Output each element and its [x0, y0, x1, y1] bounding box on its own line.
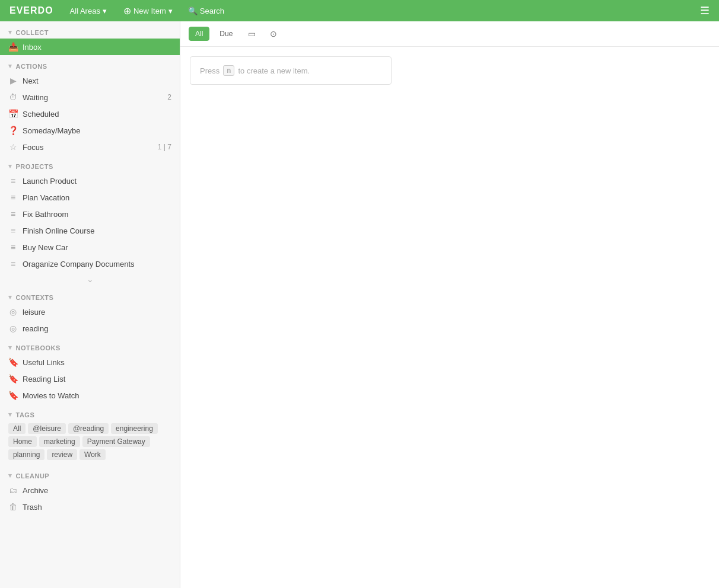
new-item-hint: Press n to create a new item. — [190, 56, 392, 85]
sidebar-item-useful-links[interactable]: 🔖 Useful Links — [0, 354, 180, 370]
content-body: Press n to create a new item. — [180, 47, 719, 588]
waiting-badge: 2 — [167, 93, 171, 101]
sidebar-item-leisure[interactable]: ◎ leisure — [0, 303, 180, 320]
focus-icon: ☆ — [8, 142, 18, 152]
sidebar-item-reading[interactable]: ◎ reading — [0, 320, 180, 337]
organize-company-documents-label: Oraganize Company Documents — [23, 260, 171, 269]
tags-section-header: ▾ TAGS — [0, 404, 180, 421]
context-icon: ◎ — [8, 307, 18, 317]
hint-press-text: Press — [200, 66, 219, 75]
bookmark-icon: 🔖 — [8, 357, 18, 367]
project-icon: ≡ — [8, 259, 18, 269]
filter-icon: ▭ — [248, 29, 256, 39]
project-icon: ≡ — [8, 242, 18, 252]
trash-icon: 🗑 — [8, 502, 18, 512]
next-label: Next — [23, 76, 171, 85]
someday-icon: ❓ — [8, 126, 18, 135]
sidebar-item-someday[interactable]: ❓ Someday/Maybe — [0, 122, 180, 139]
tag-payment-gateway[interactable]: Payment Gateway — [82, 436, 150, 447]
tag-at-reading[interactable]: @reading — [68, 423, 109, 434]
hint-action-text: to create a new item. — [238, 66, 310, 75]
archive-icon: 🗂 — [8, 485, 18, 495]
context-icon: ◎ — [8, 324, 18, 333]
waiting-icon: ⏱ — [8, 92, 18, 102]
sidebar-item-movies-to-watch[interactable]: 🔖 Movies to Watch — [0, 387, 180, 404]
top-navigation: EVERDO All Areas ▾ ⊕ New Item ▾ 🔍 Search… — [0, 0, 719, 21]
tag-marketing[interactable]: marketing — [39, 436, 80, 447]
all-areas-button[interactable]: All Areas ▾ — [65, 4, 112, 18]
plus-icon: ⊕ — [123, 5, 131, 17]
archive-label: Archive — [23, 486, 171, 495]
filter-due-button[interactable]: Due — [213, 27, 239, 41]
new-item-button[interactable]: ⊕ New Item ▾ — [117, 3, 179, 19]
plan-vacation-label: Plan Vacation — [23, 193, 171, 202]
project-icon: ≡ — [8, 193, 18, 202]
cleanup-chevron-icon: ▾ — [8, 472, 12, 480]
sidebar-item-plan-vacation[interactable]: ≡ Plan Vacation — [0, 189, 180, 206]
projects-section-header: ▾ PROJECTS — [0, 155, 180, 172]
hamburger-menu-button[interactable]: ☰ — [700, 4, 710, 17]
sidebar-item-trash[interactable]: 🗑 Trash — [0, 498, 180, 515]
sidebar-item-launch-product[interactable]: ≡ Launch Product — [0, 172, 180, 189]
areas-label: All Areas — [70, 7, 100, 15]
main-layout: ▾ COLLECT 📥 Inbox ▾ ACTIONS ▶ Next ⏱ Wai… — [0, 21, 719, 588]
search-button[interactable]: 🔍 Search — [182, 4, 230, 18]
projects-chevron-icon: ▾ — [8, 162, 12, 170]
content-toolbar: All Due ▭ ⊙ — [180, 21, 719, 47]
sidebar-item-finish-online-course[interactable]: ≡ Finish Online Course — [0, 222, 180, 239]
sidebar-item-archive[interactable]: 🗂 Archive — [0, 482, 180, 498]
clock-filter-button[interactable]: ⊙ — [265, 26, 282, 41]
sidebar-item-reading-list[interactable]: 🔖 Reading List — [0, 370, 180, 387]
sidebar-item-waiting[interactable]: ⏱ Waiting 2 — [0, 89, 180, 106]
notebooks-section-header: ▾ NOTEBOOKS — [0, 337, 180, 354]
someday-label: Someday/Maybe — [23, 126, 171, 135]
useful-links-label: Useful Links — [23, 358, 171, 367]
sidebar-item-organize-company-documents[interactable]: ≡ Oraganize Company Documents — [0, 255, 180, 272]
actions-section-header: ▾ ACTIONS — [0, 55, 180, 72]
sidebar: ▾ COLLECT 📥 Inbox ▾ ACTIONS ▶ Next ⏱ Wai… — [0, 21, 180, 588]
sidebar-item-fix-bathroom[interactable]: ≡ Fix Bathroom — [0, 206, 180, 222]
project-icon: ≡ — [8, 226, 18, 235]
tag-at-leisure[interactable]: @leisure — [28, 423, 66, 434]
sidebar-item-buy-new-car[interactable]: ≡ Buy New Car — [0, 239, 180, 255]
cleanup-section-header: ▾ CLEANUP — [0, 465, 180, 482]
actions-chevron-icon: ▾ — [8, 62, 12, 70]
bookmark-icon: 🔖 — [8, 391, 18, 400]
waiting-label: Waiting — [23, 93, 163, 102]
focus-badge: 1 | 7 — [158, 143, 171, 151]
tag-review[interactable]: review — [47, 449, 77, 460]
new-item-chevron-icon: ▾ — [168, 7, 173, 15]
project-icon: ≡ — [8, 209, 18, 219]
areas-chevron-icon: ▾ — [103, 7, 107, 15]
trash-label: Trash — [23, 503, 171, 512]
tag-engineering[interactable]: engineering — [111, 423, 158, 434]
filter-icon-button[interactable]: ▭ — [243, 26, 261, 41]
content-area: All Due ▭ ⊙ Press n to create a new item… — [180, 21, 719, 588]
tags-container: All @leisure @reading engineering Home m… — [0, 421, 180, 465]
tag-work[interactable]: Work — [79, 449, 106, 460]
contexts-section-header: ▾ CONTEXTS — [0, 286, 180, 303]
launch-product-label: Launch Product — [23, 177, 171, 186]
sidebar-item-inbox[interactable]: 📥 Inbox — [0, 39, 180, 55]
next-icon: ▶ — [8, 76, 18, 85]
tag-all[interactable]: All — [8, 423, 26, 434]
fix-bathroom-label: Fix Bathroom — [23, 210, 171, 219]
sidebar-item-scheduled[interactable]: 📅 Scheduled — [0, 106, 180, 122]
bookmark-icon: 🔖 — [8, 374, 18, 384]
project-icon: ≡ — [8, 176, 18, 186]
collect-section-header: ▾ COLLECT — [0, 21, 180, 39]
filter-all-button[interactable]: All — [189, 27, 209, 41]
leisure-label: leisure — [23, 308, 171, 317]
sidebar-item-next[interactable]: ▶ Next — [0, 72, 180, 89]
contexts-chevron-icon: ▾ — [8, 293, 12, 301]
projects-collapse-button[interactable]: ⌄ — [0, 272, 180, 286]
tag-home[interactable]: Home — [8, 436, 37, 447]
search-label: Search — [200, 7, 224, 15]
inbox-icon: 📥 — [8, 42, 18, 52]
collect-chevron-icon: ▾ — [8, 28, 12, 36]
sidebar-item-focus[interactable]: ☆ Focus 1 | 7 — [0, 139, 180, 155]
focus-label: Focus — [23, 143, 153, 152]
tag-planning[interactable]: planning — [8, 449, 44, 460]
new-item-label: New Item — [133, 7, 166, 15]
movies-to-watch-label: Movies to Watch — [23, 391, 171, 400]
